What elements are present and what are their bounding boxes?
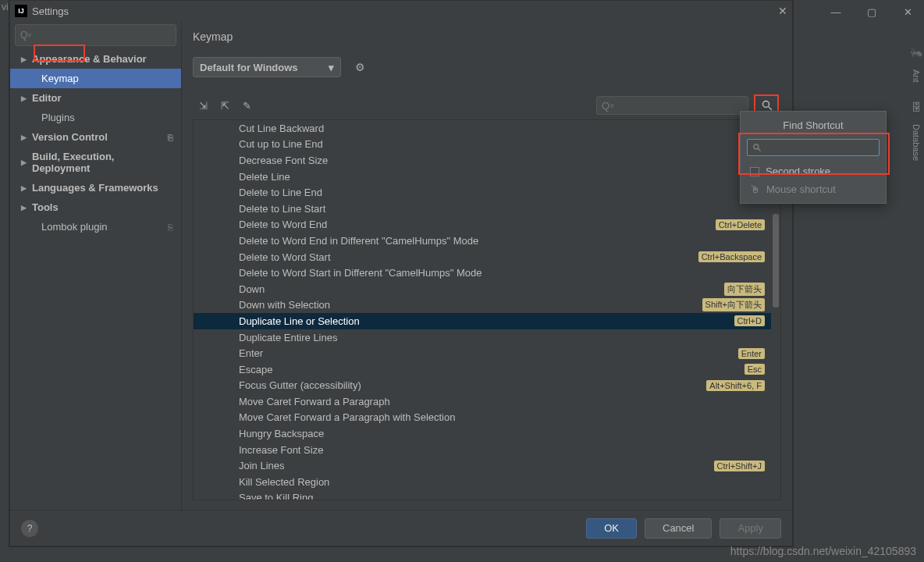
action-row[interactable]: Down向下箭头 — [194, 281, 771, 297]
sidebar-item-tools[interactable]: ▶Tools — [10, 197, 181, 217]
action-row[interactable]: Save to Kill Ring — [194, 490, 771, 500]
action-row[interactable]: Delete Line — [194, 169, 771, 185]
sidebar-item-keymap[interactable]: Keymap — [10, 69, 181, 88]
sidebar-item-build-execution-deployment[interactable]: ▶Build, Execution, Deployment — [10, 147, 181, 178]
action-row[interactable]: Delete to Line Start — [194, 201, 771, 217]
action-label: Down with Selection — [239, 299, 702, 311]
action-row[interactable]: Decrease Font Size — [194, 152, 771, 169]
action-row[interactable]: Move Caret Forward a Paragraph — [194, 393, 771, 410]
sidebar-item-version-control[interactable]: ▶Version Control⎘ — [10, 127, 181, 147]
action-label: Delete to Line End — [239, 187, 765, 198]
svg-point-0 — [763, 101, 769, 108]
svg-line-1 — [769, 107, 772, 110]
second-stroke-row[interactable]: Second stroke — [741, 162, 886, 180]
action-label: Increase Font Size — [239, 444, 765, 456]
action-row[interactable]: Join LinesCtrl+Shift+J — [194, 457, 771, 474]
chevron-right-icon: ▶ — [21, 94, 27, 102]
sidebar-item-label: Languages & Frameworks — [32, 182, 158, 194]
chevron-right-icon: ▶ — [21, 158, 27, 166]
edit-icon[interactable]: ✎ — [240, 100, 254, 112]
expand-all-icon[interactable]: ⇲ — [196, 100, 210, 112]
sidebar-item-label: Tools — [32, 201, 59, 213]
action-label: Down — [239, 283, 724, 295]
close-app-icon[interactable]: ✕ — [897, 4, 918, 20]
action-row[interactable]: Duplicate Line or SelectionCtrl+D — [194, 313, 771, 329]
project-badge-icon: ⎘ — [168, 133, 173, 142]
shortcut-badge: Ctrl+D — [734, 315, 765, 326]
action-row[interactable]: Focus Gutter (accessibility)Alt+Shift+6,… — [194, 378, 771, 394]
sidebar-item-appearance-behavior[interactable]: ▶Appearance & Behavior — [10, 49, 181, 69]
watermark: https://blog.csdn.net/weixin_42105893 — [730, 545, 916, 557]
action-row[interactable]: Cut up to Line End — [194, 137, 771, 153]
cancel-button[interactable]: Cancel — [645, 518, 712, 539]
action-label: Move Caret Forward a Paragraph — [239, 396, 765, 407]
mouse-shortcut-row[interactable]: 🖱 Mouse shortcut — [741, 180, 886, 198]
help-button[interactable]: ? — [21, 520, 38, 537]
sidebar-search-input[interactable]: Q▾ — [15, 24, 176, 46]
chevron-right-icon: ▶ — [21, 133, 27, 141]
action-row[interactable]: EscapeEsc — [194, 361, 771, 378]
action-label: Cut up to Line End — [239, 138, 765, 150]
action-label: Cut Line Backward — [239, 123, 765, 134]
sidebar-item-editor[interactable]: ▶Editor — [10, 88, 181, 108]
action-row[interactable]: Duplicate Entire Lines — [194, 329, 771, 346]
minimize-icon[interactable]: — — [826, 4, 846, 20]
sidebar-item-label: Plugins — [41, 112, 75, 123]
sidebar-item-lombok-plugin[interactable]: Lombok plugin⎘ — [10, 217, 181, 237]
shortcut-badge: Ctrl+Shift+J — [714, 461, 765, 471]
keymap-scheme-select[interactable]: Default for Windows ▾ — [193, 57, 341, 77]
action-label: Delete to Word Start — [239, 251, 698, 263]
collapse-all-icon[interactable]: ⇱ — [218, 100, 232, 112]
action-row[interactable]: Kill Selected Region — [194, 474, 771, 490]
database-label[interactable]: Database — [912, 124, 921, 161]
sidebar-item-label: Appearance & Behavior — [32, 53, 147, 65]
action-label: Decrease Font Size — [239, 155, 765, 166]
second-stroke-checkbox[interactable] — [750, 167, 759, 176]
shortcut-badge: Esc — [745, 364, 765, 375]
keymap-action-list[interactable]: Cut Line BackwardCut up to Line EndDecre… — [193, 119, 781, 500]
action-row[interactable]: Increase Font Size — [194, 442, 771, 458]
shortcut-badge: 向下箭头 — [724, 283, 765, 296]
action-label: Duplicate Line or Selection — [239, 315, 734, 327]
ok-button[interactable]: OK — [586, 518, 637, 539]
second-stroke-label: Second stroke — [766, 165, 830, 177]
action-row[interactable]: Delete to Word EndCtrl+Delete — [194, 217, 771, 233]
right-tool-strip: 🐜 Ant 🗄 Database — [908, 47, 924, 161]
dialog-footer: ? OK Cancel Apply — [10, 510, 792, 546]
action-row[interactable]: Delete to Line End — [194, 184, 771, 201]
action-row[interactable]: Hungry Backspace — [194, 425, 771, 442]
action-search-input[interactable]: Q▾ — [596, 96, 748, 115]
action-label: Delete to Word Start in Different "Camel… — [239, 267, 765, 279]
sidebar-item-languages-frameworks[interactable]: ▶Languages & Frameworks — [10, 178, 181, 197]
scroll-thumb[interactable] — [773, 214, 779, 308]
sidebar-item-label: Editor — [32, 92, 62, 104]
gear-icon[interactable]: ⚙ — [355, 61, 365, 73]
ant-label[interactable]: Ant — [912, 69, 921, 83]
chevron-right-icon: ▶ — [21, 204, 27, 212]
action-row[interactable]: EnterEnter — [194, 345, 771, 361]
sidebar-item-label: Version Control — [32, 131, 108, 143]
sidebar-item-label: Keymap — [41, 73, 79, 84]
action-label: Escape — [239, 364, 745, 375]
maximize-icon[interactable]: ▢ — [862, 4, 882, 20]
sidebar-item-plugins[interactable]: Plugins — [10, 108, 181, 127]
action-row[interactable]: Delete to Word StartCtrl+Backspace — [194, 249, 771, 265]
settings-sidebar: Q▾ ▶Appearance & BehaviorKeymap▶EditorPl… — [10, 21, 182, 510]
dialog-titlebar: IJ Settings ✕ — [10, 1, 792, 21]
action-row[interactable]: Delete to Word Start in Different "Camel… — [194, 265, 771, 281]
action-label: Focus Gutter (accessibility) — [239, 379, 706, 391]
action-row[interactable]: Cut Line Backward — [194, 120, 771, 137]
ant-icon[interactable]: 🐜 — [910, 47, 922, 59]
action-label: Join Lines — [239, 460, 714, 471]
apply-button[interactable]: Apply — [720, 518, 781, 539]
action-row[interactable]: Down with SelectionShift+向下箭头 — [194, 297, 771, 314]
close-icon[interactable]: ✕ — [778, 5, 787, 17]
database-icon[interactable]: 🗄 — [912, 101, 922, 113]
action-row[interactable]: Move Caret Forward a Paragraph with Sele… — [194, 410, 771, 426]
action-row[interactable]: Delete to Word End in Different "CamelHu… — [194, 233, 771, 249]
chevron-right-icon: ▶ — [21, 184, 27, 192]
shortcut-input[interactable] — [747, 139, 880, 156]
action-label: Delete Line — [239, 171, 765, 183]
shortcut-badge: Enter — [738, 348, 765, 359]
action-label: Hungry Backspace — [239, 428, 765, 439]
